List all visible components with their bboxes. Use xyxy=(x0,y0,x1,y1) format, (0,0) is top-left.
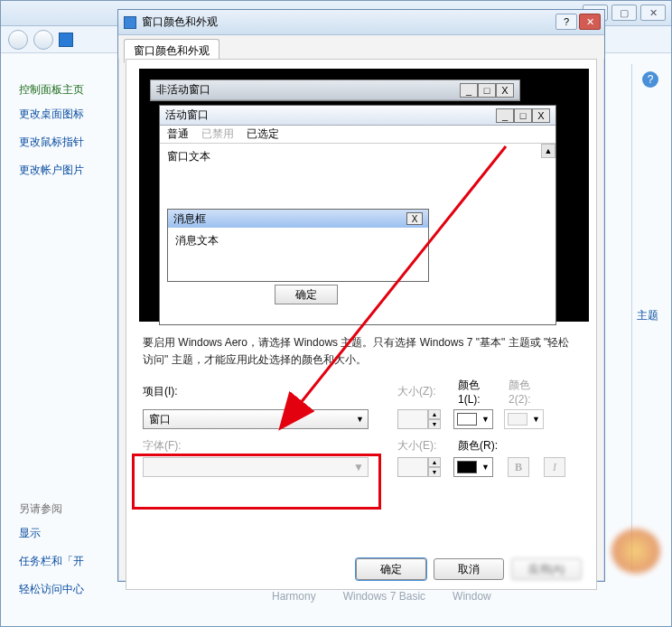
bold-button: B xyxy=(508,457,529,477)
label-font: 字体(F): xyxy=(143,438,233,454)
form-area: 项目(I): 大小(Z): 颜色 1(L): 颜色 2(2): 窗口 ▼ ▲▼ xyxy=(143,378,580,477)
seealso: 另请参阅 显示 任务栏和「开 轻松访问中心 xyxy=(19,501,118,610)
preview-inactive-min-icon: _ xyxy=(460,83,478,98)
spin-down-icon: ▼ xyxy=(428,419,441,429)
color1-button[interactable]: ▼ xyxy=(453,409,493,429)
dialog-titlebar: 窗口颜色和外观 ? ✕ xyxy=(118,10,604,35)
ok-button[interactable]: 确定 xyxy=(356,558,426,580)
size-z-spinner: ▲▼ xyxy=(397,409,443,429)
spin-up-icon: ▲ xyxy=(428,457,441,467)
preview-messagebox: 消息框 X 消息文本 确定 xyxy=(167,209,429,282)
preview-msgbox-close-icon: X xyxy=(406,212,423,225)
size-z-input xyxy=(397,409,428,429)
preview-active-max-icon: □ xyxy=(514,108,532,123)
color2-swatch xyxy=(508,413,527,426)
preview-msgbox-text: 消息文本 xyxy=(168,228,428,281)
cancel-button[interactable]: 取消 xyxy=(434,558,504,580)
font-combo: ▼ xyxy=(143,457,369,477)
label-color-r: 颜色(R): xyxy=(458,438,512,454)
footer-3[interactable]: Window xyxy=(453,590,491,603)
color2-button: ▼ xyxy=(504,409,544,429)
seealso-taskbar[interactable]: 任务栏和「开 xyxy=(19,554,118,569)
description-text: 要启用 Windows Aero，请选择 Windows 主题。只有选择 Win… xyxy=(143,334,580,369)
preview-window-text: 窗口文本 xyxy=(167,149,210,164)
preview-area: 非活动窗口 _ □ X 活动窗口 _ □ X xyxy=(139,69,589,322)
label-color1: 颜色 1(L): xyxy=(458,378,498,406)
preview-inactive-close-icon: X xyxy=(496,83,514,98)
dialog-tabbar: 窗口颜色和外观 xyxy=(118,35,604,59)
preview-active-title: 活动窗口 xyxy=(165,108,209,123)
color-r-button[interactable]: ▼ xyxy=(453,457,493,477)
item-combo[interactable]: 窗口 ▼ xyxy=(143,409,369,429)
size-e-input xyxy=(397,457,428,477)
preview-active-close-icon: X xyxy=(532,108,550,123)
chevron-down-icon: ▼ xyxy=(353,461,364,473)
dialog-close-button[interactable]: ✕ xyxy=(579,14,601,30)
chevron-down-icon: ▼ xyxy=(532,415,540,424)
nav-forward-icon[interactable] xyxy=(33,30,53,50)
spin-up-icon: ▲ xyxy=(428,409,441,419)
right-pane-border xyxy=(631,64,662,570)
nav-back-icon[interactable] xyxy=(8,30,28,50)
dialog-help-button[interactable]: ? xyxy=(555,14,577,30)
item-combo-value: 窗口 xyxy=(149,412,171,427)
preview-menu-disabled: 已禁用 xyxy=(201,126,234,142)
spin-down-icon: ▼ xyxy=(428,467,441,477)
dialog-footer: 确定 取消 应用(A) xyxy=(356,558,582,580)
preview-msgbox-ok: 确定 xyxy=(275,285,338,304)
italic-button: I xyxy=(544,457,565,477)
sidebar-link-cursor[interactable]: 更改鼠标指针 xyxy=(19,135,118,150)
dialog-title-text: 窗口颜色和外观 xyxy=(142,14,218,30)
footer-themes: Harmony Windows 7 Basic Window xyxy=(272,590,491,603)
preview-msgbox-title: 消息框 xyxy=(173,211,206,227)
apply-button[interactable]: 应用(A) xyxy=(511,558,582,580)
bg-close-button[interactable]: ✕ xyxy=(640,5,666,21)
app-icon xyxy=(59,33,73,47)
footer-1[interactable]: Harmony xyxy=(272,590,316,603)
color1-swatch xyxy=(457,413,477,426)
seealso-ease[interactable]: 轻松访问中心 xyxy=(19,582,118,597)
bg-maximize-button[interactable]: ▢ xyxy=(611,5,637,21)
preview-menu-selected: 已选定 xyxy=(247,126,279,142)
sidebar-link-account[interactable]: 更改帐户图片 xyxy=(19,163,118,178)
dialog-icon xyxy=(124,16,136,29)
decorative-blur xyxy=(611,529,660,574)
chevron-down-icon: ▼ xyxy=(356,415,364,424)
preview-active-window: 活动窗口 _ □ X 普通 已禁用 已选定 窗口文本 ▲ xyxy=(159,105,556,325)
preview-inactive-title: 非活动窗口 xyxy=(156,82,210,98)
appearance-dialog: 窗口颜色和外观 ? ✕ 窗口颜色和外观 非活动窗口 _ □ X xyxy=(117,9,605,582)
label-size-e: 大小(E): xyxy=(397,438,447,454)
sidebar: 控制面板主页 更改桌面图标 更改鼠标指针 更改帐户图片 xyxy=(19,82,118,191)
preview-menu-normal: 普通 xyxy=(167,126,189,142)
size-e-spinner: ▲▼ xyxy=(397,457,443,477)
label-size-z: 大小(Z): xyxy=(397,384,447,399)
label-color2: 颜色 2(2): xyxy=(509,378,548,406)
sidebar-header: 控制面板主页 xyxy=(19,82,118,98)
preview-active-min-icon: _ xyxy=(496,108,514,123)
preview-scroll-up-icon: ▲ xyxy=(541,144,555,158)
label-item: 项目(I): xyxy=(143,384,233,399)
footer-2[interactable]: Windows 7 Basic xyxy=(343,590,425,603)
dialog-content: 非活动窗口 _ □ X 活动窗口 _ □ X xyxy=(126,59,597,590)
seealso-header: 另请参阅 xyxy=(19,501,118,517)
preview-inactive-max-icon: □ xyxy=(478,83,496,98)
preview-menubar: 普通 已禁用 已选定 xyxy=(160,126,555,144)
preview-inactive-window: 非活动窗口 _ □ X xyxy=(150,80,520,101)
color-r-swatch xyxy=(457,461,477,473)
chevron-down-icon: ▼ xyxy=(481,463,490,472)
sidebar-link-icons[interactable]: 更改桌面图标 xyxy=(19,107,118,122)
seealso-display[interactable]: 显示 xyxy=(19,526,118,541)
chevron-down-icon: ▼ xyxy=(481,415,490,424)
